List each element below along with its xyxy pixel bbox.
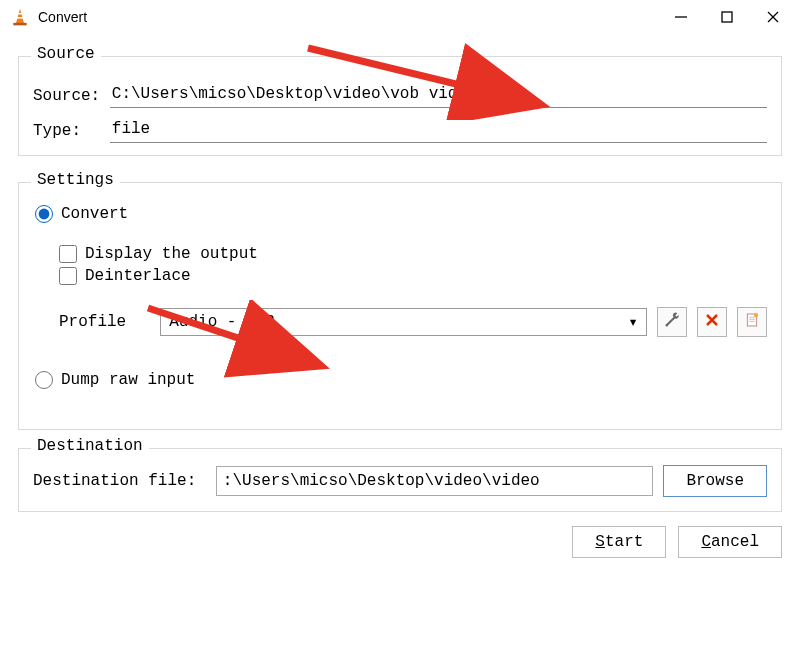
convert-radio-row[interactable]: Convert [35,205,767,223]
display-output-label: Display the output [85,245,258,263]
start-button-rest: tart [605,533,643,551]
destination-group: Destination Destination file: Browse [18,448,782,512]
type-field [110,118,767,143]
destination-file-input[interactable] [216,466,654,496]
profile-select[interactable]: Audio - MP3 ▾ [160,308,647,336]
settings-legend: Settings [31,171,120,189]
dump-raw-radio[interactable] [35,371,53,389]
source-label: Source: [33,87,110,105]
dump-raw-label: Dump raw input [61,371,195,389]
svg-point-14 [754,313,758,317]
deinterlace-checkbox[interactable] [59,267,77,285]
vlc-cone-icon [10,7,30,27]
convert-radio[interactable] [35,205,53,223]
destination-legend: Destination [31,437,149,455]
svg-rect-2 [17,17,23,19]
profile-label: Profile [59,313,126,331]
svg-rect-1 [18,13,22,15]
deinterlace-checkbox-row[interactable]: Deinterlace [59,267,767,285]
cancel-button[interactable]: Cancel [678,526,782,558]
maximize-button[interactable] [704,2,750,32]
window-title: Convert [38,9,658,25]
new-document-icon [744,312,760,333]
display-output-checkbox[interactable] [59,245,77,263]
x-icon [705,313,719,332]
close-button[interactable] [750,2,796,32]
svg-rect-3 [13,23,26,26]
profile-row: Profile Audio - MP3 ▾ [59,307,767,337]
svg-rect-5 [722,12,732,22]
settings-group: Settings Convert Display the output Dein… [18,182,782,430]
destination-file-label: Destination file: [33,472,206,490]
svg-marker-0 [16,9,24,24]
source-legend: Source [31,45,101,63]
deinterlace-label: Deinterlace [85,267,191,285]
delete-profile-button[interactable] [697,307,727,337]
edit-profile-button[interactable] [657,307,687,337]
dump-raw-radio-row[interactable]: Dump raw input [35,371,767,389]
wrench-icon [664,312,680,333]
display-output-checkbox-row[interactable]: Display the output [59,245,767,263]
start-button[interactable]: Start [572,526,666,558]
minimize-button[interactable] [658,2,704,32]
dialog-footer: Start Cancel [0,512,800,558]
new-profile-button[interactable] [737,307,767,337]
browse-button[interactable]: Browse [663,465,767,497]
titlebar: Convert [0,0,800,34]
type-label: Type: [33,122,110,140]
profile-select-value: Audio - MP3 [169,313,275,331]
chevron-down-icon: ▾ [628,312,638,332]
cancel-button-rest: ancel [711,533,759,551]
source-group: Source Source: Type: [18,56,782,156]
source-path-field [110,83,767,108]
convert-radio-label: Convert [61,205,128,223]
